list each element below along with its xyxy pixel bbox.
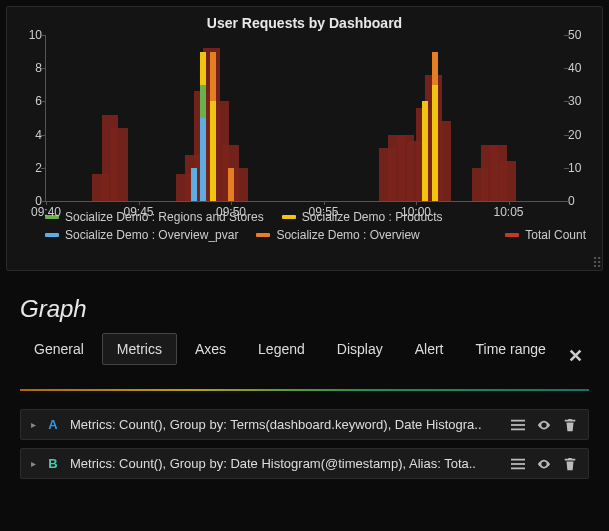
legend-item[interactable]: Socialize Demo : Overview_pvar [45, 228, 238, 242]
tab-alert[interactable]: Alert [401, 334, 458, 364]
caret-icon[interactable]: ▸ [31, 458, 36, 469]
query-id[interactable]: A [46, 417, 60, 432]
x-tick-label: 10:05 [493, 205, 523, 219]
plot-area[interactable]: 02468100102030405009:4009:4509:5009:5510… [45, 35, 564, 202]
x-tick-label: 09:40 [31, 205, 61, 219]
legend-swatch [282, 215, 296, 219]
y-right-tick-label: 50 [568, 28, 590, 42]
y-left-tick-label: 6 [20, 94, 42, 108]
x-tick-label: 09:50 [216, 205, 246, 219]
menu-icon[interactable] [510, 457, 526, 471]
svg-rect-0 [511, 419, 525, 421]
query-text[interactable]: Metrics: Count(), Group by: Terms(dashbo… [70, 417, 500, 432]
series-bar[interactable] [422, 101, 428, 201]
svg-rect-2 [511, 428, 525, 430]
menu-icon[interactable] [510, 418, 526, 432]
y-left-tick-label: 8 [20, 61, 42, 75]
series-bar[interactable] [191, 168, 197, 201]
query-row: ▸AMetrics: Count(), Group by: Terms(dash… [20, 409, 589, 440]
y-left-tick-label: 10 [20, 28, 42, 42]
editor-heading: Graph [20, 295, 589, 323]
legend-item[interactable]: Socialize Demo : Overview [256, 228, 419, 242]
resize-handle-icon[interactable]: ⠿ [592, 258, 600, 268]
eye-icon[interactable] [536, 418, 552, 432]
svg-rect-1 [511, 424, 525, 426]
tab-display[interactable]: Display [323, 334, 397, 364]
chart-panel: User Requests by Dashboard 0246810010203… [6, 6, 603, 271]
svg-rect-5 [511, 467, 525, 469]
y-left-tick-label: 2 [20, 161, 42, 175]
trash-icon[interactable] [562, 457, 578, 471]
series-bar[interactable] [228, 168, 234, 201]
legend-swatch [505, 233, 519, 237]
series-bar[interactable] [432, 85, 438, 201]
svg-rect-3 [511, 458, 525, 460]
trash-icon[interactable] [562, 418, 578, 432]
series-bar[interactable] [432, 52, 438, 85]
series-bar[interactable] [200, 118, 206, 201]
y-right-tick-label: 20 [568, 128, 590, 142]
legend-item[interactable]: Total Count [505, 228, 586, 242]
chart-title: User Requests by Dashboard [19, 15, 590, 31]
legend-label: Socialize Demo : Overview [276, 228, 419, 242]
editor-tabs: GeneralMetricsAxesLegendDisplayAlertTime… [20, 333, 589, 365]
query-list: ▸AMetrics: Count(), Group by: Terms(dash… [20, 409, 589, 479]
tab-metrics[interactable]: Metrics [102, 333, 177, 365]
x-tick-label: 09:55 [308, 205, 338, 219]
legend-swatch [45, 233, 59, 237]
query-row: ▸BMetrics: Count(), Group by: Date Histo… [20, 448, 589, 479]
tab-axes[interactable]: Axes [181, 334, 240, 364]
svg-rect-4 [511, 463, 525, 465]
tab-time-range[interactable]: Time range [461, 334, 559, 364]
total-count-bar[interactable] [111, 128, 128, 201]
series-bar[interactable] [200, 85, 206, 118]
query-text[interactable]: Metrics: Count(), Group by: Date Histogr… [70, 456, 500, 471]
eye-icon[interactable] [536, 457, 552, 471]
divider-gradient [20, 389, 589, 391]
series-bar[interactable] [210, 101, 216, 201]
tab-legend[interactable]: Legend [244, 334, 319, 364]
series-bar[interactable] [210, 52, 216, 102]
close-icon[interactable]: ✕ [562, 343, 589, 369]
y-right-tick-label: 0 [568, 194, 590, 208]
series-bar[interactable] [200, 52, 206, 85]
y-left-tick-label: 4 [20, 128, 42, 142]
x-tick-label: 09:45 [123, 205, 153, 219]
y-right-tick-label: 40 [568, 61, 590, 75]
x-tick-label: 10:00 [401, 205, 431, 219]
legend-label: Total Count [525, 228, 586, 242]
query-id[interactable]: B [46, 456, 60, 471]
legend-label: Socialize Demo : Overview_pvar [65, 228, 238, 242]
y-right-tick-label: 30 [568, 94, 590, 108]
total-count-bar[interactable] [499, 161, 516, 201]
tab-general[interactable]: General [20, 334, 98, 364]
y-right-tick-label: 10 [568, 161, 590, 175]
legend-swatch [256, 233, 270, 237]
caret-icon[interactable]: ▸ [31, 419, 36, 430]
editor-section: Graph GeneralMetricsAxesLegendDisplayAle… [6, 285, 603, 497]
